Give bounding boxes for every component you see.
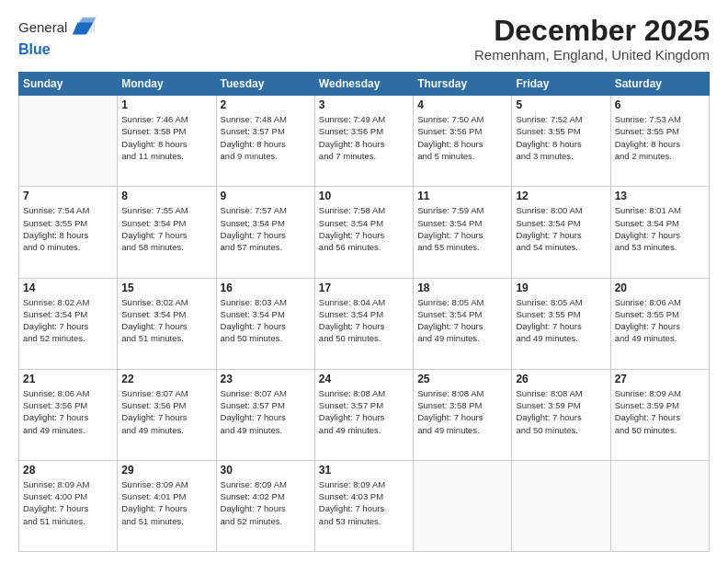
day-number: 14 <box>23 282 113 294</box>
day-info: Sunrise: 8:08 AMSunset: 3:58 PMDaylight:… <box>417 387 507 436</box>
calendar-cell-2-6: 12Sunrise: 8:00 AMSunset: 3:54 PMDayligh… <box>512 187 610 278</box>
day-number: 18 <box>417 282 507 294</box>
calendar-cell-5-2: 29Sunrise: 8:09 AMSunset: 4:01 PMDayligh… <box>118 460 216 551</box>
day-info: Sunrise: 8:08 AMSunset: 3:57 PMDaylight:… <box>319 387 409 436</box>
day-number: 21 <box>23 373 113 385</box>
day-number: 27 <box>615 373 705 385</box>
logo: General Blue <box>18 15 97 58</box>
day-number: 10 <box>319 190 409 202</box>
calendar-cell-5-1: 28Sunrise: 8:09 AMSunset: 4:00 PMDayligh… <box>19 460 118 551</box>
calendar-cell-4-1: 21Sunrise: 8:06 AMSunset: 3:56 PMDayligh… <box>19 369 118 460</box>
calendar-cell-1-5: 4Sunrise: 7:50 AMSunset: 3:56 PMDaylight… <box>414 96 512 187</box>
calendar-cell-4-2: 22Sunrise: 8:07 AMSunset: 3:56 PMDayligh… <box>118 369 216 460</box>
calendar-cell-4-6: 26Sunrise: 8:08 AMSunset: 3:59 PMDayligh… <box>512 369 610 460</box>
header-sunday: Sunday <box>19 73 118 96</box>
day-number: 16 <box>221 282 311 294</box>
calendar-cell-3-2: 15Sunrise: 8:02 AMSunset: 3:54 PMDayligh… <box>118 278 216 369</box>
calendar-cell-2-1: 7Sunrise: 7:54 AMSunset: 3:55 PMDaylight… <box>19 187 118 278</box>
day-info: Sunrise: 8:06 AMSunset: 3:56 PMDaylight:… <box>23 387 113 436</box>
day-number: 4 <box>417 98 507 111</box>
calendar-cell-5-7 <box>610 460 709 551</box>
header-friday: Friday <box>512 73 610 96</box>
day-number: 20 <box>615 282 705 294</box>
calendar-header-row: Sunday Monday Tuesday Wednesday Thursday… <box>19 73 710 96</box>
day-number: 26 <box>516 373 606 385</box>
day-info: Sunrise: 8:04 AMSunset: 3:54 PMDaylight:… <box>319 296 409 345</box>
calendar-cell-1-4: 3Sunrise: 7:49 AMSunset: 3:56 PMDaylight… <box>314 96 413 187</box>
day-number: 7 <box>23 190 113 202</box>
day-number: 22 <box>121 373 211 385</box>
day-info: Sunrise: 8:05 AMSunset: 3:54 PMDaylight:… <box>417 296 507 345</box>
day-info: Sunrise: 7:52 AMSunset: 3:55 PMDaylight:… <box>516 113 606 162</box>
day-number: 15 <box>121 282 211 294</box>
logo-blue: Blue <box>18 40 51 58</box>
day-number: 11 <box>417 190 507 202</box>
day-number: 28 <box>23 464 113 477</box>
day-number: 6 <box>615 98 705 111</box>
calendar-cell-3-4: 17Sunrise: 8:04 AMSunset: 3:54 PMDayligh… <box>314 278 413 369</box>
day-info: Sunrise: 8:02 AMSunset: 3:54 PMDaylight:… <box>121 296 211 345</box>
day-info: Sunrise: 8:06 AMSunset: 3:55 PMDaylight:… <box>615 296 705 345</box>
day-number: 23 <box>221 373 311 385</box>
calendar-cell-1-1 <box>19 96 118 187</box>
day-number: 12 <box>516 190 606 202</box>
calendar-cell-3-7: 20Sunrise: 8:06 AMSunset: 3:55 PMDayligh… <box>610 278 709 369</box>
day-number: 5 <box>516 98 606 111</box>
day-number: 31 <box>319 464 409 477</box>
title-block: December 2025 Remenham, England, United … <box>474 15 710 63</box>
day-info: Sunrise: 8:07 AMSunset: 3:56 PMDaylight:… <box>121 387 211 436</box>
day-info: Sunrise: 8:05 AMSunset: 3:55 PMDaylight:… <box>516 296 606 345</box>
day-info: Sunrise: 7:53 AMSunset: 3:55 PMDaylight:… <box>615 113 705 162</box>
calendar-cell-2-4: 10Sunrise: 7:58 AMSunset: 3:54 PMDayligh… <box>314 187 413 278</box>
calendar-cell-3-3: 16Sunrise: 8:03 AMSunset: 3:54 PMDayligh… <box>216 278 314 369</box>
day-info: Sunrise: 7:48 AMSunset: 3:57 PMDaylight:… <box>221 113 311 162</box>
day-info: Sunrise: 8:00 AMSunset: 3:54 PMDaylight:… <box>516 204 606 253</box>
day-info: Sunrise: 8:09 AMSunset: 4:03 PMDaylight:… <box>319 478 409 527</box>
calendar-cell-5-3: 30Sunrise: 8:09 AMSunset: 4:02 PMDayligh… <box>216 460 314 551</box>
week-row-4: 21Sunrise: 8:06 AMSunset: 3:56 PMDayligh… <box>19 369 710 460</box>
logo-icon <box>71 15 97 40</box>
day-info: Sunrise: 8:09 AMSunset: 4:01 PMDaylight:… <box>121 478 211 527</box>
calendar-cell-1-2: 1Sunrise: 7:46 AMSunset: 3:58 PMDaylight… <box>118 96 216 187</box>
day-info: Sunrise: 7:50 AMSunset: 3:56 PMDaylight:… <box>417 113 507 162</box>
calendar-cell-2-5: 11Sunrise: 7:59 AMSunset: 3:54 PMDayligh… <box>414 187 512 278</box>
day-info: Sunrise: 8:09 AMSunset: 3:59 PMDaylight:… <box>615 387 705 436</box>
header-tuesday: Tuesday <box>216 73 314 96</box>
calendar-cell-4-4: 24Sunrise: 8:08 AMSunset: 3:57 PMDayligh… <box>314 369 413 460</box>
day-info: Sunrise: 8:07 AMSunset: 3:57 PMDaylight:… <box>221 387 311 436</box>
day-number: 24 <box>319 373 409 385</box>
day-info: Sunrise: 7:57 AMSunset: 3:54 PMDaylight:… <box>221 204 311 253</box>
day-number: 8 <box>121 190 211 202</box>
page: General Blue December 2025 Remenham, Eng… <box>0 0 728 563</box>
calendar-cell-4-7: 27Sunrise: 8:09 AMSunset: 3:59 PMDayligh… <box>610 369 709 460</box>
header-thursday: Thursday <box>414 73 512 96</box>
day-info: Sunrise: 7:46 AMSunset: 3:58 PMDaylight:… <box>121 113 211 162</box>
day-number: 1 <box>121 98 211 111</box>
day-info: Sunrise: 7:58 AMSunset: 3:54 PMDaylight:… <box>319 204 409 253</box>
calendar-table: Sunday Monday Tuesday Wednesday Thursday… <box>18 72 710 552</box>
day-number: 9 <box>221 190 311 202</box>
calendar-cell-1-7: 6Sunrise: 7:53 AMSunset: 3:55 PMDaylight… <box>610 96 709 187</box>
week-row-1: 1Sunrise: 7:46 AMSunset: 3:58 PMDaylight… <box>19 96 710 187</box>
calendar-cell-5-4: 31Sunrise: 8:09 AMSunset: 4:03 PMDayligh… <box>314 460 413 551</box>
logo-general: General <box>18 19 67 36</box>
calendar-cell-5-6 <box>512 460 610 551</box>
calendar-cell-2-2: 8Sunrise: 7:55 AMSunset: 3:54 PMDaylight… <box>118 187 216 278</box>
day-number: 17 <box>319 282 409 294</box>
month-title: December 2025 <box>474 15 710 47</box>
header-saturday: Saturday <box>610 73 709 96</box>
header: General Blue December 2025 Remenham, Eng… <box>18 15 710 63</box>
calendar-cell-5-5 <box>414 460 512 551</box>
day-number: 19 <box>516 282 606 294</box>
day-info: Sunrise: 8:01 AMSunset: 3:54 PMDaylight:… <box>615 204 705 253</box>
header-monday: Monday <box>118 73 216 96</box>
calendar-cell-4-5: 25Sunrise: 8:08 AMSunset: 3:58 PMDayligh… <box>414 369 512 460</box>
day-info: Sunrise: 8:02 AMSunset: 3:54 PMDaylight:… <box>23 296 113 345</box>
calendar-cell-3-6: 19Sunrise: 8:05 AMSunset: 3:55 PMDayligh… <box>512 278 610 369</box>
day-number: 2 <box>221 98 311 111</box>
day-info: Sunrise: 7:54 AMSunset: 3:55 PMDaylight:… <box>23 204 113 253</box>
day-info: Sunrise: 7:49 AMSunset: 3:56 PMDaylight:… <box>319 113 409 162</box>
calendar-cell-3-5: 18Sunrise: 8:05 AMSunset: 3:54 PMDayligh… <box>414 278 512 369</box>
day-info: Sunrise: 7:59 AMSunset: 3:54 PMDaylight:… <box>417 204 507 253</box>
week-row-5: 28Sunrise: 8:09 AMSunset: 4:00 PMDayligh… <box>19 460 710 551</box>
